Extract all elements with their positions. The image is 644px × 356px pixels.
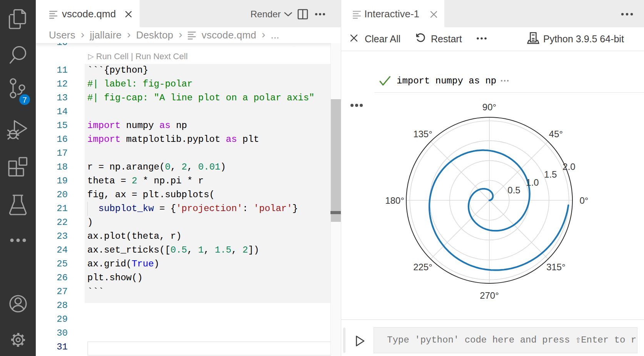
svg-text:1.5: 1.5 [544,169,557,180]
svg-text:0°: 0° [580,195,589,206]
svg-text:180°: 180° [385,195,404,206]
svg-text:225°: 225° [413,262,432,272]
svg-text:1.0: 1.0 [526,177,539,188]
svg-text:90°: 90° [482,102,496,112]
svg-text:315°: 315° [546,262,566,272]
svg-text:45°: 45° [549,129,563,139]
svg-text:135°: 135° [413,129,432,139]
svg-text:0.5: 0.5 [507,185,520,195]
svg-text:2.0: 2.0 [562,161,575,172]
svg-text:270°: 270° [480,290,499,301]
svg-text:7: 7 [22,96,27,104]
